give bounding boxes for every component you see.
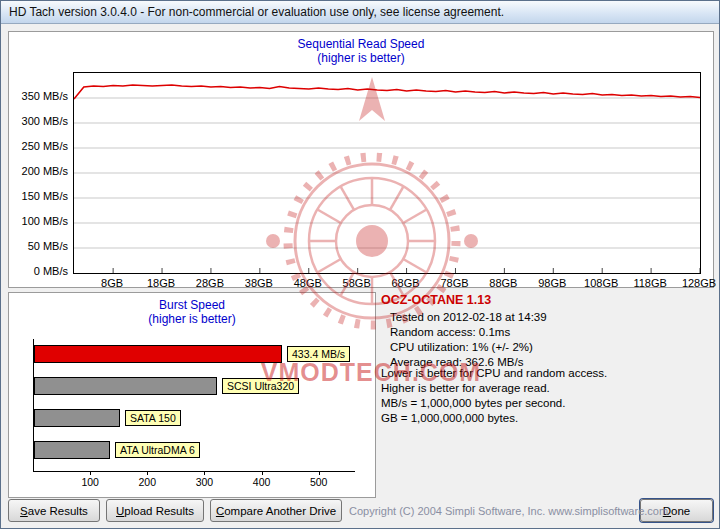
x-axis-label: 68GB	[391, 277, 419, 289]
upload-results-button[interactable]: Upload Results	[106, 499, 204, 522]
burst-bar	[34, 345, 282, 363]
x-axis-label: 78GB	[440, 277, 468, 289]
x-axis-label: 400	[253, 476, 271, 488]
x-axis-label: 128GB	[682, 277, 716, 289]
x-axis-label: 28GB	[196, 277, 224, 289]
title-bar: HD Tach version 3.0.4.0 - For non-commer…	[1, 1, 719, 24]
drive-info-panel: OCZ-OCTANE 1.13 Tested on 2012-02-18 at …	[381, 293, 713, 495]
x-axis-label: 118GB	[633, 277, 666, 289]
x-axis-label: 500	[310, 476, 328, 488]
random-access-line: Random access: 0.1ms	[390, 325, 713, 340]
compare-mnemonic: C	[216, 505, 224, 517]
read-chart-title: Sequential Read Speed	[9, 37, 713, 51]
x-axis-label: 58GB	[343, 277, 371, 289]
y-axis-label: 100 MB/s	[9, 215, 68, 227]
x-tick	[262, 471, 263, 475]
save-label: ave Results	[28, 505, 88, 517]
save-mnemonic: S	[20, 505, 28, 517]
x-tick	[204, 471, 205, 475]
x-axis-label: 98GB	[538, 277, 566, 289]
done-label: one	[671, 505, 690, 517]
burst-bar-label: ATA UltraDMA 6	[115, 442, 200, 458]
burst-chart-title: Burst Speed	[9, 298, 375, 312]
compare-label: ompare Another Drive	[224, 505, 336, 517]
tested-on-line: Tested on 2012-02-18 at 14:39	[390, 310, 713, 325]
x-axis-label: 38GB	[245, 277, 273, 289]
x-axis-label: 200	[139, 476, 157, 488]
note-gb: GB = 1,000,000,000 bytes.	[381, 411, 607, 426]
burst-bar	[34, 409, 120, 427]
burst-chart-panel: Burst Speed (higher is better) 433.4 MB/…	[8, 292, 376, 498]
compare-another-drive-button[interactable]: Compare Another Drive	[210, 499, 342, 522]
drive-stats: Tested on 2012-02-18 at 14:39 Random acc…	[390, 310, 713, 370]
read-plot-svg	[74, 73, 700, 273]
upload-label: pload Results	[124, 505, 194, 517]
burst-bar-label: SATA 150	[125, 410, 181, 426]
y-axis-label: 200 MB/s	[9, 165, 68, 177]
read-chart-subtitle: (higher is better)	[9, 51, 713, 65]
drive-name: OCZ-OCTANE 1.13	[381, 293, 713, 307]
window-title: HD Tach version 3.0.4.0 - For non-commer…	[9, 5, 504, 19]
x-axis-label: 18GB	[147, 277, 175, 289]
burst-bar	[34, 441, 110, 459]
sequential-read-chart-panel: Sequential Read Speed (higher is better)…	[8, 31, 714, 288]
x-axis-label: 300	[196, 476, 214, 488]
burst-bar-label: 433.4 MB/s	[287, 346, 350, 362]
note-read: Higher is better for average read.	[381, 381, 607, 396]
burst-x-axis	[33, 471, 355, 472]
x-tick	[90, 471, 91, 475]
hd-tach-window: HD Tach version 3.0.4.0 - For non-commer…	[0, 0, 720, 529]
x-axis-label: 88GB	[489, 277, 517, 289]
x-axis-label: 100	[81, 476, 99, 488]
y-axis-label: 300 MB/s	[9, 115, 68, 127]
note-cpu: Lower is better for CPU and random acces…	[381, 366, 607, 381]
y-axis-label: 250 MB/s	[9, 140, 68, 152]
x-tick	[319, 471, 320, 475]
burst-bar-label: SCSI Ultra320	[222, 378, 299, 394]
read-speed-line	[74, 85, 700, 99]
save-results-button[interactable]: Save Results	[8, 499, 100, 522]
legend-notes: Lower is better for CPU and random acces…	[381, 366, 607, 426]
burst-bar	[34, 377, 217, 395]
y-axis-label: 150 MB/s	[9, 190, 68, 202]
x-axis-label: 8GB	[101, 277, 123, 289]
read-plot-area	[73, 72, 701, 274]
y-axis-label: 0 MB/s	[9, 265, 68, 277]
x-tick	[147, 471, 148, 475]
note-mbs: MB/s = 1,000,000 bytes per second.	[381, 396, 607, 411]
y-axis-label: 50 MB/s	[9, 240, 68, 252]
cpu-utilization-line: CPU utilization: 1% (+/- 2%)	[390, 340, 713, 355]
x-axis-label: 108GB	[584, 277, 618, 289]
burst-chart-subtitle: (higher is better)	[9, 312, 375, 326]
y-axis-label: 350 MB/s	[9, 90, 68, 102]
x-axis-label: 48GB	[294, 277, 322, 289]
copyright-text: Copyright (C) 2004 Simpli Software, Inc.…	[349, 505, 668, 517]
